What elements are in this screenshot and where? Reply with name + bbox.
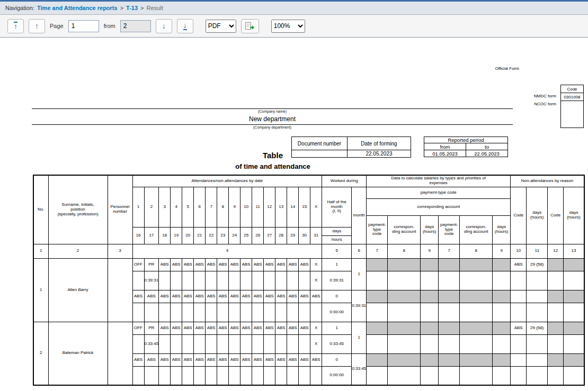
- date-time-cell: [275, 366, 287, 385]
- breadcrumb-separator: >: [120, 5, 123, 11]
- half-days-cell: 0: [322, 290, 352, 303]
- day-header-cell: 3: [159, 187, 171, 227]
- na-code-cell: [511, 366, 527, 385]
- payment-cell: [439, 334, 460, 353]
- na-days-cell: [564, 290, 584, 303]
- salary-group-header: Data to calculate salaries by types and …: [367, 175, 511, 187]
- date-code-cell: ABS: [240, 322, 252, 334]
- corresponding-account-header: correspon- ding account: [388, 215, 421, 244]
- day-header-cell: 30: [299, 227, 310, 244]
- date-code-cell: X: [310, 258, 322, 271]
- date-time-cell: [194, 366, 206, 385]
- day-header-cell: 6: [194, 187, 206, 227]
- date-code-cell: ABS: [206, 322, 217, 334]
- payment-cell: [421, 258, 439, 271]
- date-code-cell: ABS: [275, 353, 287, 366]
- na-days-cell: 29 (58): [527, 258, 548, 271]
- date-time-cell: [144, 303, 159, 322]
- personnel-number-cell: [108, 322, 132, 385]
- na-code-cell: [548, 353, 564, 366]
- date-time-cell: [275, 271, 287, 290]
- date-time-cell: 0:33:45: [144, 334, 159, 353]
- date-time-cell: [132, 303, 144, 322]
- document-number-header: Document number: [292, 137, 348, 150]
- t13-table: No. Surname, initials, position (special…: [33, 175, 585, 386]
- date-code-cell: ABS: [264, 290, 275, 303]
- col-number-cell: 7: [367, 244, 388, 258]
- format-select[interactable]: PDF: [206, 20, 236, 33]
- half-hours-cell: 0:33:45: [322, 334, 352, 353]
- day-header-cell: 17: [144, 227, 159, 244]
- payment-cell: [439, 303, 460, 322]
- payment-cell: [493, 303, 511, 322]
- total-pages-input[interactable]: [120, 20, 151, 32]
- form-code-box: Code 0301008: [560, 85, 584, 128]
- date-code-cell: ABS: [144, 290, 159, 303]
- na-code-cell: [548, 271, 564, 290]
- ncoc-form-label: NCOC form: [498, 102, 556, 106]
- worked-group-header: Worked during: [322, 175, 367, 187]
- date-code-cell: ABS: [132, 353, 144, 366]
- date-code-cell: ABS: [299, 322, 310, 334]
- next-page-button[interactable]: ↓: [156, 19, 172, 33]
- breadcrumb-link-reports[interactable]: Time and Attendance reports: [37, 5, 118, 11]
- date-time-cell: [206, 334, 217, 353]
- date-time-cell: [194, 334, 206, 353]
- payment-cell: [460, 271, 493, 290]
- date-code-cell: ABS: [299, 258, 310, 271]
- date-time-cell: [275, 303, 287, 322]
- page-input[interactable]: [68, 20, 99, 32]
- date-code-cell: X: [310, 322, 322, 334]
- last-page-button[interactable]: ↓: [177, 19, 193, 33]
- zoom-select[interactable]: 100%: [271, 20, 305, 33]
- day-header-cell: 2: [144, 187, 159, 227]
- day-header-cell: 21: [194, 227, 206, 244]
- company-name-caption: (Company name): [32, 109, 513, 114]
- date-time-cell: [287, 303, 299, 322]
- payment-cell: [388, 271, 421, 290]
- date-code-cell: ABS: [159, 322, 171, 334]
- day-header-cell: 27: [264, 227, 275, 244]
- date-time-cell: [171, 366, 182, 385]
- prev-page-button[interactable]: ↑: [29, 19, 45, 33]
- date-time-cell: [171, 334, 182, 353]
- day-header-cell: 13: [275, 187, 287, 227]
- date-code-cell: ABS: [132, 290, 144, 303]
- day-header-cell: 7: [206, 187, 217, 227]
- na-days-cell: [564, 353, 584, 366]
- col-number-cell: 9: [421, 244, 439, 258]
- payment-cell: [439, 258, 460, 271]
- date-time-cell: [252, 366, 264, 385]
- date-time-cell: [159, 366, 171, 385]
- payment-cell: [421, 366, 439, 385]
- breadcrumb-link-t13[interactable]: T-13: [126, 5, 138, 11]
- date-code-cell: ABS: [206, 353, 217, 366]
- na-code-cell: [548, 334, 564, 353]
- na-days-cell: [527, 290, 548, 303]
- date-code-cell: PR: [144, 322, 159, 334]
- report-title-line1: Table: [159, 151, 387, 160]
- report-toolbar: ↑ ↑ Page from ↓ ↓ PDF 100%: [0, 15, 588, 38]
- date-time-cell: [299, 271, 310, 290]
- nav-label: Navigation:: [5, 5, 34, 11]
- day-header-cell: 14: [287, 187, 299, 227]
- payment-cell: [388, 303, 421, 322]
- day-header-cell: 8: [217, 187, 229, 227]
- date-time-cell: [159, 303, 171, 322]
- date-code-cell: ABS: [287, 353, 299, 366]
- first-page-button[interactable]: ↑: [7, 19, 24, 33]
- month-hours-cell: 0:39:31: [352, 290, 367, 322]
- na-days-cell: 29 (58): [527, 322, 548, 334]
- export-button[interactable]: [241, 19, 259, 33]
- col-surname-header: Surname, initials, position (specialty, …: [48, 175, 108, 244]
- month-header: month: [352, 187, 367, 244]
- days-hours-header: days (hours): [493, 215, 511, 244]
- date-code-cell: ABS: [299, 290, 310, 303]
- month-days-cell: 1: [352, 322, 367, 353]
- date-time-cell: [194, 271, 206, 290]
- date-time-cell: [287, 271, 299, 290]
- na-days-cell: [564, 366, 584, 385]
- day-header-cell: 12: [264, 187, 275, 227]
- date-code-cell: ABS: [287, 322, 299, 334]
- payment-cell: [388, 322, 421, 334]
